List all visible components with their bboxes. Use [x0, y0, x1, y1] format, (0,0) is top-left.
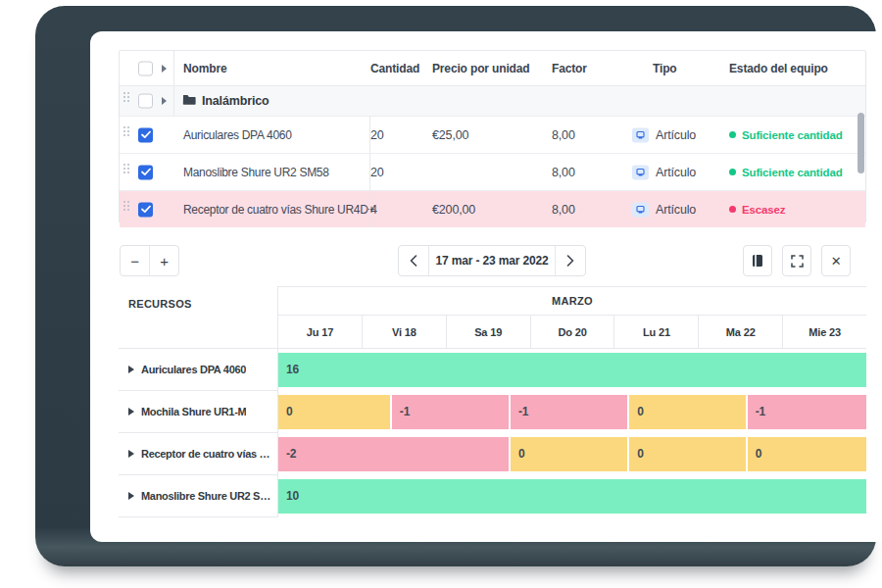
- book-icon: [752, 254, 763, 268]
- resource-label[interactable]: Receptor de cuatro vías Shure...: [119, 433, 278, 475]
- group-checkbox[interactable]: [138, 94, 153, 109]
- row-checkbox[interactable]: [138, 165, 153, 179]
- expand-triangle-icon: [128, 408, 134, 416]
- inventory-row[interactable]: Auriculares DPA 4060 20 €25,00 8,00 Artí…: [120, 116, 865, 153]
- resource-label[interactable]: Manoslibre Shure UR2 SM58: [119, 475, 278, 517]
- expand-caret-icon[interactable]: [162, 65, 167, 73]
- status-badge: Suficiente cantidad: [729, 129, 843, 141]
- drag-handle-icon[interactable]: [123, 126, 125, 128]
- column-header-estado: Estado del equipo: [729, 62, 828, 75]
- column-divider: [369, 117, 370, 153]
- status-dot-icon: [729, 169, 736, 175]
- availability-segment[interactable]: -1: [748, 395, 866, 429]
- availability-bar-area: 0-1-10-1: [278, 391, 866, 433]
- group-row-inalambrico[interactable]: Inalámbrico: [120, 85, 865, 116]
- availability-segment[interactable]: 16: [278, 353, 866, 387]
- select-all-checkbox[interactable]: [138, 61, 153, 75]
- item-tipo-label: Artículo: [656, 166, 696, 179]
- resource-name: Mochila Shure UR1-M: [141, 406, 246, 417]
- close-timeline-button[interactable]: ✕: [821, 245, 851, 276]
- folder-icon: [182, 94, 196, 109]
- inventory-row[interactable]: Manoslibre Shure UR2 SM58 20 8,00 Artícu…: [120, 153, 865, 190]
- availability-segment[interactable]: 10: [278, 479, 866, 514]
- availability-segment[interactable]: 0: [748, 437, 866, 471]
- item-factor: 8,00: [552, 166, 575, 179]
- day-header-cell: Mie 23: [782, 316, 866, 348]
- item-tipo: Artículo: [632, 127, 696, 142]
- item-tipo-label: Artículo: [656, 128, 696, 142]
- day-header-cell: Sa 19: [446, 316, 530, 348]
- inventory-header-row: Nombre Cantidad Precio por unidad Factor…: [120, 51, 865, 85]
- group-name: Inalámbrico: [202, 94, 270, 108]
- timeline-row: Auriculares DPA 406016: [119, 349, 866, 391]
- availability-timeline: RECURSOS MARZO Ju 17Vi 18Sa 19Do 20Lu 21…: [119, 286, 866, 517]
- row-checkbox[interactable]: [138, 127, 153, 142]
- column-divider: [369, 191, 370, 227]
- availability-segment[interactable]: 0: [629, 437, 748, 471]
- availability-segment[interactable]: 0: [511, 437, 629, 471]
- availability-segment[interactable]: -2: [278, 437, 511, 471]
- resource-name: Auriculares DPA 4060: [141, 364, 246, 375]
- availability-segment[interactable]: 0: [629, 395, 748, 429]
- status-dot-icon: [729, 206, 736, 213]
- date-range-navigator: 17 mar - 23 mar 2022: [398, 245, 586, 276]
- item-tipo: Artículo: [632, 165, 696, 179]
- resource-label[interactable]: Auriculares DPA 4060: [119, 349, 278, 391]
- status-label: Escasez: [742, 204, 785, 216]
- column-divider: [369, 154, 370, 190]
- app-canvas: Nombre Cantidad Precio por unidad Factor…: [90, 31, 882, 542]
- column-header-tipo: Tipo: [653, 62, 677, 75]
- resource-label[interactable]: Mochila Shure UR1-M: [119, 391, 278, 433]
- zoom-out-button[interactable]: −: [121, 246, 149, 275]
- timeline-row: Mochila Shure UR1-M0-1-10-1: [119, 391, 866, 433]
- expand-triangle-icon: [128, 492, 134, 500]
- article-box-icon: [632, 202, 649, 217]
- timeline-zoom-control: − +: [120, 245, 179, 276]
- previous-week-button[interactable]: [399, 246, 428, 275]
- column-header-precio: Precio por unidad: [432, 62, 529, 75]
- item-factor: 8,00: [552, 203, 575, 217]
- timeline-rows: Auriculares DPA 406016Mochila Shure UR1-…: [119, 349, 866, 517]
- status-dot-icon: [729, 131, 736, 138]
- item-cantidad: 20: [370, 166, 384, 179]
- drag-handle-icon[interactable]: [123, 92, 125, 94]
- day-header-cell: Lu 21: [613, 316, 698, 348]
- column-header-cantidad: Cantidad: [370, 62, 419, 75]
- column-header-factor: Factor: [552, 62, 587, 75]
- availability-segment[interactable]: -1: [392, 395, 511, 429]
- item-tipo: Artículo: [632, 202, 696, 217]
- column-divider: [173, 51, 174, 85]
- drag-handle-icon[interactable]: [123, 164, 125, 166]
- chevron-right-icon: [566, 255, 574, 267]
- month-header: MARZO: [278, 286, 866, 316]
- day-header-cell: Vi 18: [362, 316, 446, 348]
- drag-handle-icon[interactable]: [123, 201, 125, 203]
- inventory-table: Nombre Cantidad Precio por unidad Factor…: [119, 50, 866, 223]
- zoom-in-button[interactable]: +: [149, 246, 178, 275]
- status-label: Suficiente cantidad: [742, 167, 843, 178]
- expand-triangle-icon: [128, 366, 134, 373]
- next-week-button[interactable]: [556, 246, 585, 275]
- group-expand-caret-icon[interactable]: [162, 97, 167, 105]
- item-precio: €200,00: [432, 203, 475, 217]
- close-icon: ✕: [831, 254, 842, 269]
- availability-bar-area: 16: [278, 349, 866, 391]
- row-checkbox[interactable]: [138, 202, 153, 217]
- fullscreen-icon: [791, 255, 804, 268]
- item-cantidad: 20: [370, 128, 384, 142]
- inventory-row[interactable]: Receptor de cuatro vías Shure UR4D+ 4 €2…: [120, 190, 865, 227]
- resources-header: RECURSOS: [119, 286, 278, 349]
- availability-segment[interactable]: 0: [278, 395, 392, 429]
- vertical-scrollbar-thumb[interactable]: [858, 113, 864, 173]
- item-tipo-label: Artículo: [656, 203, 696, 217]
- calendar-header: MARZO Ju 17Vi 18Sa 19Do 20Lu 21Ma 22Mie …: [278, 286, 866, 349]
- bookings-view-button[interactable]: [743, 245, 772, 276]
- device-frame: Nombre Cantidad Precio por unidad Factor…: [35, 6, 876, 566]
- item-precio: €25,00: [432, 128, 468, 142]
- timeline-row: Manoslibre Shure UR2 SM5810: [119, 475, 866, 517]
- date-range-label[interactable]: 17 mar - 23 mar 2022: [428, 246, 556, 275]
- availability-bar-area: 10: [278, 475, 866, 517]
- fullscreen-button[interactable]: [782, 245, 811, 276]
- item-name: Receptor de cuatro vías Shure UR4D+: [183, 203, 374, 217]
- availability-segment[interactable]: -1: [511, 395, 629, 429]
